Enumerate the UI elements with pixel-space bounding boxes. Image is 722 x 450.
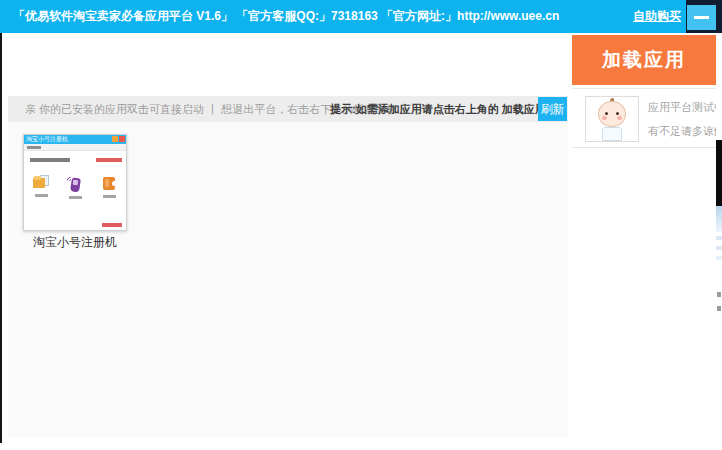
baby-avatar-icon: [586, 97, 638, 141]
notice-line2: 有不足请多谅解~: [648, 119, 716, 143]
thumb-red-link: [96, 158, 122, 162]
background-window-sliver: [716, 33, 722, 450]
sliver-dark-segment: [716, 140, 722, 206]
sliver-text-mark: [717, 306, 721, 311]
thumb-minimize-icon: [112, 136, 118, 142]
avatar: [585, 96, 639, 142]
window-title: 「优易软件淘宝卖家必备应用平台 V1.6」 「官方客服QQ:」7318163 「…: [13, 0, 559, 33]
app-window: 「优易软件淘宝卖家必备应用平台 V1.6」 「官方客服QQ:」7318163 「…: [0, 0, 722, 450]
minimize-icon: [694, 16, 709, 19]
sliver-blue-glow: [716, 206, 722, 232]
refresh-button[interactable]: 刷新: [538, 97, 567, 121]
title-bar: 「优易软件淘宝卖家必备应用平台 V1.6」 「官方客服QQ:」7318163 「…: [0, 0, 722, 33]
thumb-icon-wrap: [31, 175, 51, 199]
thumb-icon-label: [103, 195, 116, 198]
thumb-menubar: [24, 144, 126, 151]
folder-icon: [33, 175, 49, 190]
sliver-bar: [716, 246, 722, 250]
thumb-icon-row: [24, 175, 126, 199]
thumb-body: [24, 151, 126, 230]
sliver-bar: [716, 256, 722, 260]
sliver-text-mark: [717, 292, 721, 297]
thumb-window-title: 淘宝小号注册机: [26, 136, 68, 143]
app-thumbnail-card[interactable]: 淘宝小号注册机: [23, 134, 127, 231]
app-name-caption: 淘宝小号注册机: [23, 234, 127, 251]
tip-text: 提示:如需添加应用请点击右上角的 加载应用: [330, 96, 546, 122]
thumb-icon-label: [35, 194, 48, 197]
thumb-close-icon: [119, 136, 125, 142]
thumb-red-link-bottom: [102, 223, 122, 227]
window-left-border: [0, 33, 2, 443]
thumb-menu-item: [27, 146, 41, 149]
notice-line1: 应用平台测试中 ，: [648, 95, 716, 119]
thumb-icon-wrap: [99, 175, 119, 199]
app-list-area: 淘宝小号注册机: [8, 122, 568, 437]
hint-bar: 亲 你的已安装的应用双击可直接启动 丨 想退出平台，右击右下角的托盘图标 提示:…: [8, 96, 568, 122]
self-purchase-link[interactable]: 自助购买: [633, 0, 681, 33]
notice-row: 应用平台测试中 ， 有不足请多谅解~: [572, 88, 716, 148]
puzzle-icon: [102, 175, 117, 191]
minimize-button[interactable]: [687, 5, 716, 30]
right-panel: 加载应用 应用平台测试中 ， 有不足请多谅解~: [572, 33, 716, 450]
phone-icon: [67, 175, 83, 192]
thumb-icon-wrap: [65, 175, 85, 199]
sliver-bar: [716, 236, 722, 240]
thumb-icon-label: [69, 196, 82, 199]
thumb-text-line: [30, 158, 70, 162]
notice-text: 应用平台测试中 ， 有不足请多谅解~: [648, 95, 716, 143]
load-app-button[interactable]: 加载应用: [572, 35, 716, 85]
thumb-titlebar: 淘宝小号注册机: [24, 135, 126, 144]
